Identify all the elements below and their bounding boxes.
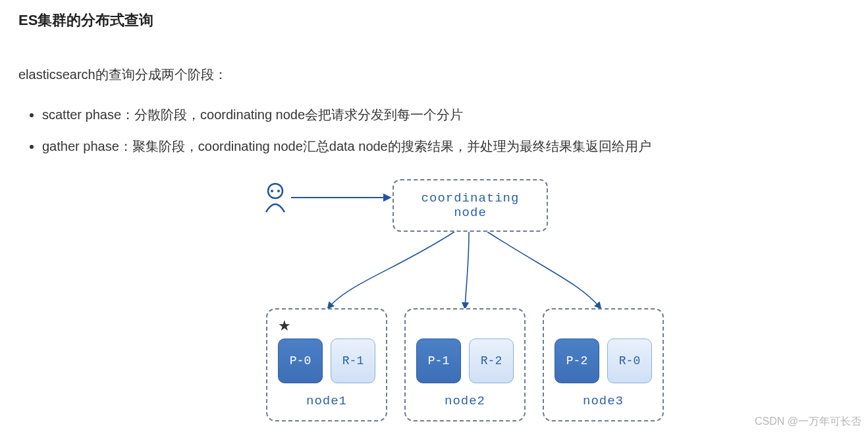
intro-text: elasticsearch的查询分成两个阶段： (18, 66, 227, 84)
shard-replica-0: R-0 (607, 339, 652, 383)
bullet-list: scatter phase：分散阶段，coordinating node会把请求… (18, 99, 651, 162)
shard-primary-0: P-0 (278, 339, 323, 383)
node-label-1: node1 (267, 394, 386, 408)
svg-point-1 (271, 190, 273, 192)
architecture-diagram: coordinating node ★ P-0 R-1 node1 P-1 R-… (0, 171, 868, 434)
shard-replica-1: R-1 (331, 339, 375, 383)
coordinating-label-1: coordinating (421, 191, 520, 205)
user-icon (261, 182, 290, 221)
data-node-2: P-1 R-2 node2 (404, 308, 526, 421)
shard-primary-2: P-2 (555, 339, 599, 383)
node-label-2: node2 (406, 394, 524, 408)
svg-point-2 (277, 190, 280, 192)
shard-replica-2: R-2 (469, 339, 514, 383)
coordinating-node-box: coordinating node (393, 179, 548, 232)
data-node-3: P-2 R-0 node3 (543, 308, 664, 421)
master-star-icon: ★ (278, 317, 291, 335)
node-label-3: node3 (544, 394, 663, 408)
svg-point-0 (268, 184, 283, 198)
page-title: ES集群的分布式查询 (18, 11, 153, 30)
watermark-text: CSDN @一万年可长否 (755, 415, 861, 429)
bullet-scatter: scatter phase：分散阶段，coordinating node会把请求… (42, 99, 651, 130)
shard-primary-1: P-1 (416, 339, 461, 383)
bullet-gather: gather phase：聚集阶段，coordinating node汇总dat… (42, 130, 651, 162)
data-node-1: ★ P-0 R-1 node1 (266, 308, 387, 421)
coordinating-label-2: node (454, 205, 487, 220)
